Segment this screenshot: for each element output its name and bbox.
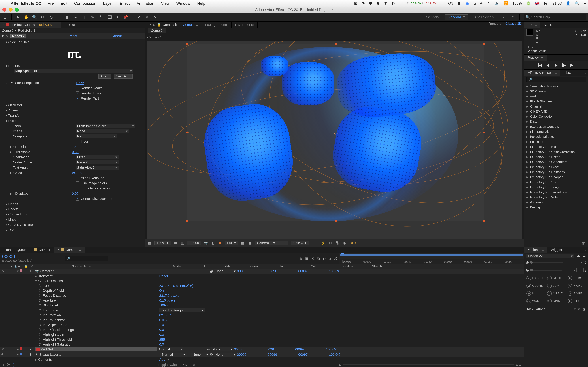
panel-menu-icon[interactable]: ≡ bbox=[57, 23, 58, 26]
active-camera-select[interactable]: Camera 1▾ bbox=[255, 241, 288, 245]
brain-icon[interactable]: ⌘ bbox=[334, 257, 337, 261]
layer-out[interactable]: 00096 bbox=[268, 269, 298, 273]
curves-oscillator-group[interactable]: Curves Oscillator bbox=[8, 223, 145, 227]
motion-action-clone[interactable]: ⧉CLONE bbox=[527, 284, 545, 288]
eraser-tool[interactable]: ⌫ bbox=[106, 14, 112, 20]
menubar-icon[interactable]: — bbox=[397, 1, 405, 6]
render-lines-checkbox[interactable]: ✓ bbox=[76, 92, 79, 95]
camera-property-row[interactable]: ⏱Iris Diffraction Fringe0.0 bbox=[0, 327, 524, 332]
panel-overflow[interactable]: » bbox=[583, 70, 588, 76]
layer-stretch[interactable]: 100.0% bbox=[329, 269, 360, 273]
layer-duration[interactable]: 00097 bbox=[298, 353, 329, 357]
size-label[interactable]: Size bbox=[13, 171, 72, 175]
comp-inner-tab[interactable]: Comp 2 bbox=[148, 28, 166, 33]
local-axis-icon[interactable]: ⤧ bbox=[136, 14, 141, 20]
dropbox-icon[interactable]: ⬢ bbox=[367, 1, 374, 6]
effects-preset-category[interactable]: ▸FxFactory Pro Distort bbox=[524, 154, 588, 159]
close-window-button[interactable] bbox=[2, 8, 6, 12]
grid-button[interactable]: ⊓ bbox=[578, 268, 584, 273]
mask-icon[interactable]: ▣ bbox=[248, 241, 252, 245]
open-preset-button[interactable]: Open bbox=[98, 74, 111, 79]
layer-in[interactable]: 00000 bbox=[237, 353, 268, 357]
layer-stretch[interactable]: 100.0% bbox=[326, 347, 356, 351]
nodes-angle-select[interactable]: Face X▾ bbox=[76, 160, 119, 164]
trkmat-select[interactable]: None▾ bbox=[191, 353, 209, 357]
tab-effects-presets[interactable]: Effects & Presets≡ bbox=[524, 70, 560, 76]
menubar-icon[interactable]: ▦ bbox=[464, 1, 471, 6]
timeline-ruler[interactable]: 0001000020000300004000050000600007000080… bbox=[339, 253, 524, 264]
animation-group[interactable]: Animation bbox=[8, 108, 145, 112]
tab-motion2[interactable]: Motion 2≡ bbox=[524, 247, 547, 253]
exposure-value[interactable]: +0.0 bbox=[349, 241, 356, 245]
tab-audio[interactable]: Audio bbox=[540, 22, 555, 28]
tab-wiggler[interactable]: Wiggler bbox=[547, 247, 566, 253]
motion-action-orbit[interactable]: ◯ORBIT bbox=[547, 291, 565, 296]
motion-action-excite[interactable]: ✦EXCITE bbox=[527, 276, 545, 280]
tab-composition[interactable]: ×⧉🔒 Composition Comp 2 ≡ bbox=[146, 22, 202, 28]
luma-to-node-sizes-checkbox[interactable] bbox=[76, 187, 79, 190]
presets-group[interactable]: Presets bbox=[8, 64, 145, 68]
play-button[interactable]: ▶ bbox=[555, 63, 558, 67]
master-completion-label[interactable]: Master Completion bbox=[8, 81, 76, 85]
color-mgmt-icon[interactable]: ⬣ bbox=[218, 241, 222, 245]
camera-property-row[interactable]: ⏱Iris Aspect Ratio1.0 bbox=[0, 323, 524, 327]
threshold-label[interactable]: Threshold bbox=[13, 150, 72, 154]
menu-edit[interactable]: Edit bbox=[57, 1, 71, 6]
motion-preset-select[interactable]: Motion v2▾ bbox=[527, 254, 574, 259]
eye-icon[interactable]: 👁 bbox=[1, 269, 5, 273]
new-bin-icon[interactable]: ▣ bbox=[581, 241, 586, 246]
effects-preset-category[interactable]: ▸francois-tarlier.com bbox=[524, 134, 588, 139]
slider-knob-icon[interactable]: ◉ bbox=[526, 261, 529, 265]
motion-graph-icon[interactable]: ⛰ bbox=[582, 254, 586, 258]
stopwatch-icon[interactable]: ⏱ bbox=[38, 318, 41, 322]
camera-property-row[interactable]: ⏱Iris Roundness0.0% bbox=[0, 318, 524, 323]
parent-select[interactable]: None▾ bbox=[211, 347, 234, 351]
shape-contents-row[interactable]: ▸ Contents Add: ● bbox=[0, 357, 524, 362]
tab-project[interactable]: Project bbox=[61, 22, 78, 28]
lines-group[interactable]: Lines bbox=[8, 217, 145, 222]
app-menu[interactable]: After Effects CC bbox=[8, 1, 44, 6]
task-delete-icon[interactable]: 🗑 bbox=[582, 307, 586, 311]
menu-layer[interactable]: Layer bbox=[100, 1, 116, 6]
effects-preset-category[interactable]: ▸FxFactory Pro Generators bbox=[524, 159, 588, 164]
effects-preset-category[interactable]: ▸FxFactory Pro Tiling bbox=[524, 184, 588, 190]
motion-action-warp[interactable]: ◃▹WARP bbox=[527, 299, 545, 303]
stopwatch-icon[interactable]: ⏱ bbox=[38, 314, 41, 317]
bluetooth-icon[interactable]: ⚮ bbox=[478, 1, 485, 6]
shape-tool[interactable]: ◧ bbox=[65, 14, 70, 20]
tab-comp1[interactable]: Comp 1 bbox=[30, 247, 54, 253]
stopwatch-icon[interactable]: ⏱ bbox=[38, 328, 41, 332]
task-options-icon[interactable]: ⧉ bbox=[578, 307, 580, 311]
camera-property-row[interactable]: ⏱Highlight Gain0.0 bbox=[0, 332, 524, 337]
tab-effect-controls[interactable]: × ⧉ Effect Controls Red Solid 1 ≡ bbox=[0, 22, 61, 28]
timecode-display[interactable]: 00000 bbox=[187, 241, 201, 245]
roto-tool[interactable]: ✦ bbox=[114, 14, 120, 20]
effects-preset-category[interactable]: ▸FxFactory Pro Blur bbox=[524, 144, 588, 149]
timeline-search[interactable]: 🔎 bbox=[65, 256, 108, 261]
current-time[interactable]: 00000 bbox=[2, 254, 60, 259]
align-even-odd-checkbox[interactable] bbox=[76, 176, 79, 180]
grid-button[interactable]: ⊐ bbox=[571, 268, 577, 273]
transform-group[interactable]: Transform bbox=[8, 114, 145, 117]
next-frame-button[interactable]: |▶ bbox=[562, 63, 566, 67]
notification-center-icon[interactable]: ≡ bbox=[582, 1, 588, 6]
workspace-essentials[interactable]: Essentials bbox=[421, 15, 441, 20]
oscillator-group[interactable]: Oscillator bbox=[8, 103, 145, 107]
fx-toggle[interactable]: ▾ bbox=[2, 34, 3, 38]
zoom-out-icon[interactable]: ▲ bbox=[338, 363, 341, 367]
tab-comp2[interactable]: × Comp 2 ≡ bbox=[54, 247, 85, 253]
menu-view[interactable]: View bbox=[157, 1, 173, 6]
ease-in-button[interactable]: ⤹ bbox=[564, 260, 570, 265]
volume-icon[interactable]: 🔈 bbox=[493, 1, 502, 6]
slider-knob-icon[interactable]: ◉ bbox=[526, 268, 529, 272]
effects-preset-category[interactable]: ▸FxFactory Pro Color Correction bbox=[524, 149, 588, 154]
input-flag[interactable]: 🇬🇧 bbox=[533, 1, 542, 6]
layer-duration[interactable]: 00097 bbox=[298, 269, 329, 273]
menubar-icon[interactable]: ◧ bbox=[456, 1, 464, 6]
draft-3d-icon[interactable]: ▣ bbox=[305, 257, 309, 261]
tab-preview[interactable]: Preview≡ bbox=[524, 55, 546, 61]
effects-preset-category[interactable]: ▸FxFactory Pro Video bbox=[524, 195, 588, 200]
prev-frame-button[interactable]: ◀| bbox=[546, 63, 550, 67]
zoom-window-button[interactable] bbox=[15, 8, 19, 12]
tab-footage[interactable]: Footage (none) bbox=[202, 22, 232, 28]
